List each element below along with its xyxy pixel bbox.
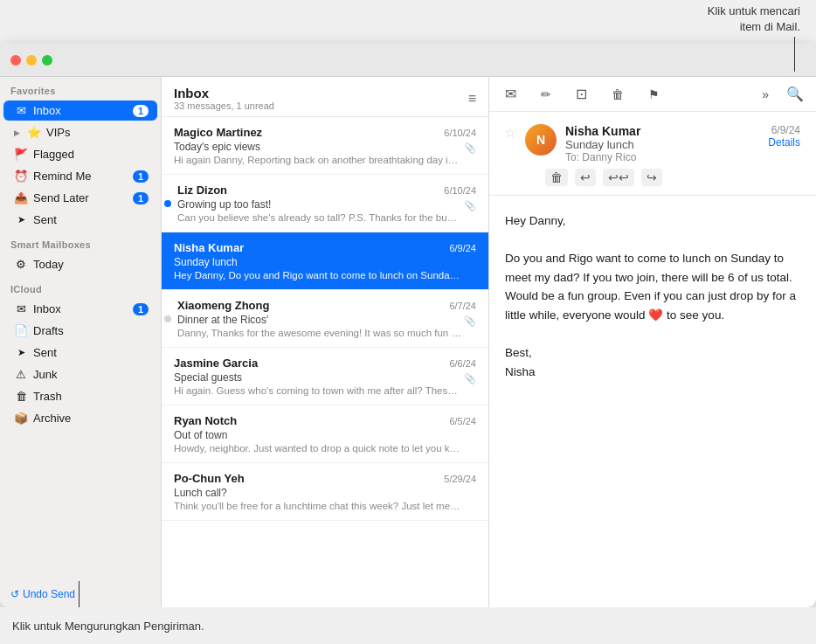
msg-subject: Dinner at the Ricos' (177, 314, 268, 326)
msg-sender: Liz Dizon (177, 184, 227, 197)
msg-subject: Lunch call? (174, 487, 476, 499)
msg-sender: Jasmine Garcia (174, 357, 258, 370)
msg-sender: Nisha Kumar (174, 241, 244, 254)
send-later-icon: 📤 (14, 191, 28, 204)
msg-date: 6/7/24 (449, 301, 476, 311)
sidebar-item-send-later[interactable]: 📤 Send Later 1 (3, 188, 157, 208)
attachment-icon: 📎 (464, 373, 476, 384)
icloud-sent-icon: ➤ (14, 347, 28, 358)
drafts-icon: 📄 (14, 324, 28, 337)
email-to: To: Danny Rico (565, 151, 759, 163)
email-signature: Nisha (505, 363, 800, 382)
remind-badge: 1 (133, 170, 149, 183)
icloud-inbox-icon: ✉ (14, 302, 28, 315)
vips-expand-icon: ▶ (14, 128, 20, 137)
favorites-label: Favorites (0, 77, 161, 100)
search-button[interactable]: 🔍 (786, 86, 804, 102)
message-list-title: Inbox (174, 86, 274, 100)
sidebar-item-archive[interactable]: 📦 Archive (3, 408, 157, 428)
traffic-lights (10, 55, 52, 66)
message-list-subtitle: 33 messages, 1 unread (174, 100, 274, 111)
message-item[interactable]: Liz Dizon 6/10/24 Growing up too fast! 📎… (162, 175, 488, 232)
email-subject-line: Sunday lunch (565, 138, 759, 151)
msg-sender: Xiaomeng Zhong (177, 299, 269, 312)
sidebar-icloud-inbox-label: Inbox (33, 302, 128, 315)
remind-icon: ⏰ (14, 170, 28, 183)
message-item[interactable]: Po-Chun Yeh 5/29/24 Lunch call? Think yo… (162, 463, 488, 521)
trash-action-button[interactable]: 🗑 (545, 169, 568, 186)
email-date: 6/9/24 (768, 124, 800, 136)
sidebar-vips-label: VIPs (46, 126, 149, 139)
sent-icon: ➤ (14, 214, 28, 225)
more-button[interactable]: » (762, 87, 769, 101)
message-item[interactable]: Jasmine Garcia 6/6/24 Special guests 📎 H… (162, 348, 488, 405)
annotation-bottom-text: Klik untuk Mengurungkan Pengiriman. (12, 620, 204, 633)
msg-preview: Danny, Thanks for the awesome evening! I… (174, 328, 462, 338)
compose-button[interactable]: ✏ (537, 86, 555, 103)
filter-icon[interactable]: ≡ (468, 91, 476, 107)
message-item[interactable]: Xiaomeng Zhong 6/7/24 Dinner at the Rico… (162, 290, 488, 348)
forward-action-button[interactable]: ↪ (641, 169, 662, 186)
email-sender-name: Nisha Kumar (565, 124, 759, 138)
sidebar-item-today[interactable]: ⚙ Today (3, 254, 157, 274)
message-item[interactable]: Magico Martinez 6/10/24 Today's epic vie… (162, 117, 488, 175)
delete-button[interactable]: 🗑 (608, 86, 627, 103)
annotation-top-text: Klik untuk mencari item di Mail. (708, 4, 800, 33)
sidebar-trash-label: Trash (33, 390, 149, 403)
sidebar-item-inbox[interactable]: ✉ Inbox 1 (3, 100, 157, 121)
msg-subject: Sunday lunch (174, 256, 476, 268)
message-list-header: Inbox 33 messages, 1 unread ≡ (162, 77, 488, 117)
sidebar-item-junk[interactable]: ⚠ Junk (3, 364, 157, 384)
msg-date: 6/9/24 (449, 243, 476, 253)
annotation-top: Klik untuk mencari item di Mail. (701, 0, 807, 38)
inbox-badge: 1 (133, 105, 149, 117)
sidebar-item-flagged[interactable]: 🚩 Flagged (3, 144, 157, 164)
msg-sender: Po-Chun Yeh (174, 472, 245, 485)
sidebar-item-sent[interactable]: ➤ Sent (3, 210, 157, 230)
sidebar-send-later-label: Send Later (33, 191, 128, 204)
sidebar-flagged-label: Flagged (33, 148, 149, 161)
junk-button[interactable]: ⚑ (645, 86, 663, 103)
title-bar (0, 44, 816, 77)
message-item[interactable]: Nisha Kumar 6/9/24 Sunday lunch Hey Dann… (162, 232, 488, 290)
msg-preview: Hey Danny, Do you and Rigo want to come … (174, 270, 462, 280)
email-right-meta: 6/9/24 Details (768, 124, 800, 149)
inbox-icon: ✉ (14, 104, 28, 117)
minimize-button[interactable] (26, 55, 37, 66)
msg-preview: Can you believe she's already so tall? P… (174, 212, 462, 223)
new-message-button[interactable]: ✉ (501, 84, 520, 104)
archive-icon: 📦 (14, 412, 28, 425)
fullscreen-button[interactable] (42, 55, 52, 66)
sidebar-item-vips[interactable]: ▶ ⭐ VIPs (3, 122, 157, 142)
archive-button[interactable]: ⊡ (572, 84, 591, 104)
sidebar-item-icloud-inbox[interactable]: ✉ Inbox 1 (3, 299, 157, 319)
undo-send-button[interactable]: ↺ Undo Send (0, 581, 161, 607)
message-item[interactable]: Ryan Notch 6/5/24 Out of town Howdy, nei… (162, 405, 488, 463)
message-list: Inbox 33 messages, 1 unread ≡ Magico Mar… (162, 77, 489, 607)
sidebar-item-drafts[interactable]: 📄 Drafts (3, 321, 157, 341)
vips-icon: ⭐ (27, 126, 41, 139)
sidebar-item-remind-me[interactable]: ⏰ Remind Me 1 (3, 166, 157, 186)
reply-action-button[interactable]: ↩ (575, 169, 596, 186)
msg-preview: Hi again Danny, Reporting back on anothe… (174, 155, 462, 165)
details-link[interactable]: Details (768, 136, 800, 149)
reply-all-action-button[interactable]: ↩↩ (603, 169, 634, 186)
smart-mailboxes-label: Smart Mailboxes (0, 231, 161, 253)
msg-subject: Special guests (174, 371, 242, 384)
sidebar: Favorites ✉ Inbox 1 ▶ ⭐ VIPs 🚩 Flagged ⏰ (0, 77, 162, 607)
email-paragraph: Do you and Rigo want to come to lunch on… (505, 249, 800, 324)
today-icon: ⚙ (14, 258, 28, 271)
sidebar-item-trash[interactable]: 🗑 Trash (3, 386, 157, 406)
star-button[interactable]: ☆ (505, 126, 516, 140)
msg-subject: Today's epic views (174, 141, 260, 153)
attachment-icon: 📎 (464, 200, 476, 211)
close-button[interactable] (10, 55, 21, 66)
msg-sender: Ryan Notch (174, 414, 237, 427)
email-greeting: Hey Danny, (505, 211, 800, 231)
reading-toolbar: ✉ ✏ ⊡ 🗑 ⚑ » 🔍 (489, 77, 816, 112)
email-actions: 🗑 ↩ ↩↩ ↪ (505, 169, 800, 186)
email-meta: Nisha Kumar Sunday lunch To: Danny Rico (565, 124, 759, 163)
trash-icon: 🗑 (14, 390, 28, 403)
sidebar-junk-label: Junk (33, 368, 149, 381)
sidebar-item-icloud-sent[interactable]: ➤ Sent (3, 343, 157, 363)
